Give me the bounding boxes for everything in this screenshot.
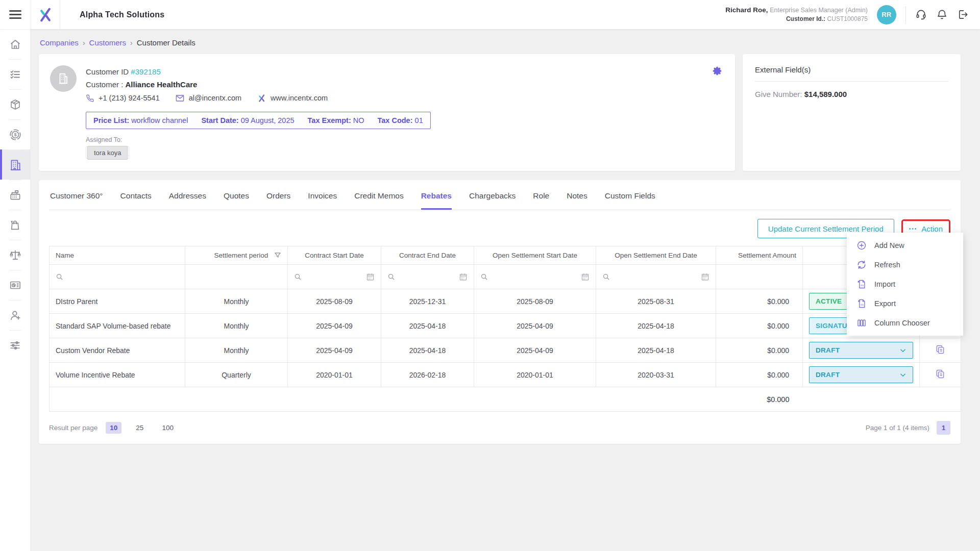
cell-contract-end: 2025-04-18 xyxy=(381,338,474,363)
name-filter-input[interactable] xyxy=(67,273,179,281)
contract-start-filter-input[interactable] xyxy=(306,273,362,281)
top-header: Alpha Tech Solutions Richard Roe, Enterp… xyxy=(0,0,980,29)
rebates-toolbar: Update Current Settlement Period ••• Act… xyxy=(49,218,950,239)
tab-addresses[interactable]: Addresses xyxy=(169,191,206,210)
tab-orders[interactable]: Orders xyxy=(266,191,290,210)
col-header-open-start[interactable]: Open Settlement Start Date xyxy=(474,246,596,265)
page-size-25[interactable]: 25 xyxy=(132,422,148,434)
menu-item-export[interactable]: xls Export xyxy=(847,294,963,313)
tab-credit-memos[interactable]: Credit Memos xyxy=(354,191,403,210)
action-dropdown-menu: Add New Refresh xls Import xls Export Co… xyxy=(847,233,963,336)
start-date-value: 09 August, 2025 xyxy=(241,116,295,124)
sidebar-item-pricing[interactable]: $ xyxy=(0,119,30,149)
sliders-icon xyxy=(9,339,21,352)
tab-invoices[interactable]: Invoices xyxy=(308,191,337,210)
menu-item-refresh[interactable]: Refresh xyxy=(847,255,963,274)
sidebar-item-billing[interactable] xyxy=(0,180,30,210)
hamburger-menu-icon[interactable] xyxy=(0,0,31,29)
menu-item-column-chooser[interactable]: Column Chooser xyxy=(847,313,963,333)
sidebar-item-reconciliation[interactable]: DC xyxy=(0,240,30,270)
customer-email-value: al@incentx.com xyxy=(189,92,241,105)
tab-quotes[interactable]: Quotes xyxy=(224,191,249,210)
customer-phone[interactable]: +1 (213) 924-5541 xyxy=(86,92,160,105)
tab-custom-fields[interactable]: Custom Fields xyxy=(605,191,655,210)
result-per-page-label: Result per page xyxy=(49,424,97,432)
assigned-to-chip[interactable]: tora koya xyxy=(87,146,128,160)
logout-icon[interactable] xyxy=(957,9,969,20)
user-name: Richard Roe, xyxy=(725,6,768,14)
cell-amount: $0.000 xyxy=(716,314,803,338)
app-title: Alpha Tech Solutions xyxy=(80,10,164,19)
sidebar-item-products[interactable] xyxy=(0,89,30,119)
col-header-open-end[interactable]: Open Settlement End Date xyxy=(596,246,716,265)
cell-amount: $0.000 xyxy=(716,363,803,387)
status-select[interactable]: DRAFT xyxy=(809,342,913,359)
col-header-settlement-amount[interactable]: Settlement Amount xyxy=(716,246,803,265)
external-fields-title: External Field(s) xyxy=(755,65,948,82)
page-size-10[interactable]: 10 xyxy=(106,422,121,434)
cell-contract-start: 2025-04-09 xyxy=(288,314,381,338)
package-icon xyxy=(9,98,21,111)
calendar-icon[interactable] xyxy=(701,272,709,281)
col-header-settlement-period[interactable]: Settlement period xyxy=(185,246,288,265)
sidebar-item-reports[interactable] xyxy=(0,270,30,300)
tab-rebates[interactable]: Rebates xyxy=(421,191,452,210)
tab-contacts[interactable]: Contacts xyxy=(120,191,152,210)
cell-open-start: 2025-04-09 xyxy=(474,338,596,363)
menu-item-import[interactable]: xls Import xyxy=(847,274,963,294)
copy-icon[interactable] xyxy=(935,344,945,355)
support-headset-icon[interactable] xyxy=(915,9,927,20)
page-size-100[interactable]: 100 xyxy=(158,422,178,434)
notifications-bell-icon[interactable] xyxy=(936,9,948,20)
user-role: Enterprise Sales Manager (Admin) xyxy=(770,7,868,14)
avatar[interactable]: RR xyxy=(877,5,896,24)
gear-icon[interactable] xyxy=(712,65,723,77)
col-header-name[interactable]: Name xyxy=(50,246,185,265)
tab-customer-360[interactable]: Customer 360° xyxy=(50,191,103,210)
scale-balance-icon: DC xyxy=(9,248,22,262)
cell-open-end: 2020-03-31 xyxy=(596,363,716,387)
col-header-contract-end[interactable]: Contract End Date xyxy=(381,246,474,265)
filter-funnel-icon[interactable] xyxy=(274,252,281,259)
sidebar-item-settings[interactable] xyxy=(0,330,30,360)
status-select[interactable]: DRAFT xyxy=(809,366,913,383)
cell-contract-start: 2025-08-09 xyxy=(288,289,381,314)
incentx-logo[interactable] xyxy=(31,0,60,29)
page-1-button[interactable]: 1 xyxy=(937,421,950,435)
total-settlement-amount: $0.000 xyxy=(716,387,803,412)
breadcrumb-companies[interactable]: Companies xyxy=(40,38,79,47)
shopping-bag-icon xyxy=(9,218,21,231)
cell-name: Custom Vendor Rebate xyxy=(50,338,185,363)
open-start-filter-input[interactable] xyxy=(492,273,577,281)
breadcrumb-separator: › xyxy=(130,39,133,47)
tab-chargebacks[interactable]: Chargebacks xyxy=(469,191,516,210)
breadcrumb-separator: › xyxy=(83,39,85,47)
sidebar-item-companies[interactable] xyxy=(0,149,30,180)
calendar-icon[interactable] xyxy=(366,272,375,281)
copy-icon[interactable] xyxy=(935,369,945,379)
col-header-settlement-period-label: Settlement period xyxy=(214,252,268,259)
calendar-icon[interactable] xyxy=(581,272,590,281)
col-header-contract-start[interactable]: Contract Start Date xyxy=(288,246,381,265)
customer-email[interactable]: al@incentx.com xyxy=(175,92,241,105)
sidebar-item-purchases[interactable] xyxy=(0,210,30,240)
sidebar-item-home[interactable] xyxy=(0,29,30,59)
status-label: DRAFT xyxy=(816,346,840,354)
cell-open-start: 2025-08-09 xyxy=(474,289,596,314)
customer-details-card: Customer ID #392185 Customer : Alliance … xyxy=(39,54,735,171)
tax-exempt-label: Tax Exempt: xyxy=(308,116,351,124)
tab-role[interactable]: Role xyxy=(533,191,549,210)
contract-end-filter-input[interactable] xyxy=(399,273,455,281)
sidebar-item-users[interactable] xyxy=(0,300,30,330)
customer-website-value: www.incentx.com xyxy=(271,92,328,105)
user-customer-id: CUST1000875 xyxy=(827,15,868,22)
open-end-filter-input[interactable] xyxy=(614,273,697,281)
sidebar-item-tasks[interactable] xyxy=(0,59,30,89)
breadcrumb-customers[interactable]: Customers xyxy=(89,38,127,47)
calendar-icon[interactable] xyxy=(459,272,468,281)
customer-website[interactable]: www.incentx.com xyxy=(257,92,328,105)
customer-tabs: Customer 360° Contacts Addresses Quotes … xyxy=(49,188,950,210)
menu-item-add-new[interactable]: Add New xyxy=(847,236,963,255)
tab-notes[interactable]: Notes xyxy=(567,191,587,210)
customer-id-value[interactable]: #392185 xyxy=(131,67,160,76)
